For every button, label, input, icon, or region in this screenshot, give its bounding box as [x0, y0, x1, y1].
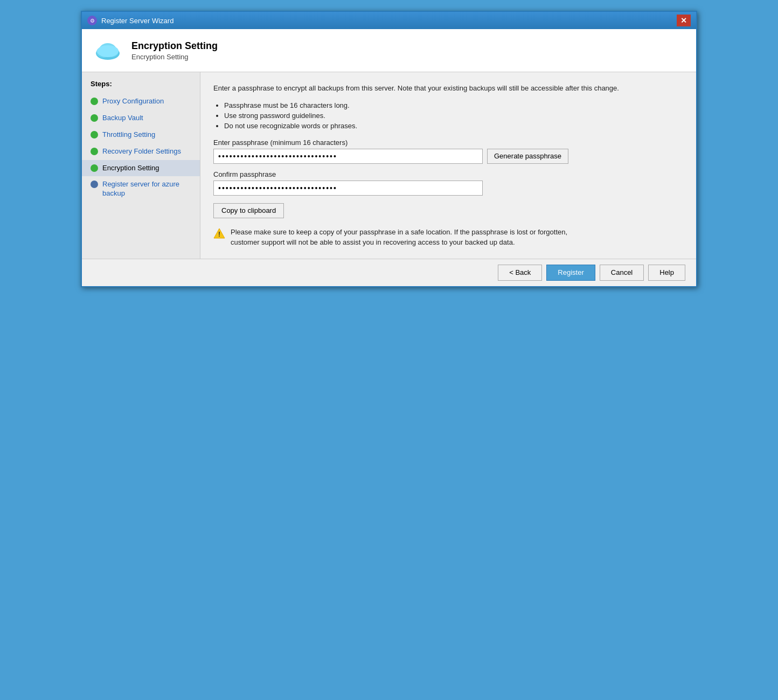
wizard-window: ⚙ Register Server Wizard ✕ Encryption Se… — [81, 11, 697, 287]
passphrase-label: Enter passphrase (minimum 16 characters) — [213, 138, 683, 147]
sidebar-item-proxy[interactable]: Proxy Configuration — [82, 93, 200, 110]
step-dot-encryption — [91, 164, 98, 172]
sidebar-item-label-register: Register server for azure backup — [102, 180, 191, 198]
description-text: Enter a passphrase to encrypt all backup… — [213, 83, 683, 94]
confirm-label: Confirm passphrase — [213, 170, 683, 178]
step-dot-recovery — [91, 148, 98, 155]
bullet-2: Use strong password guidelines. — [224, 112, 683, 120]
register-button[interactable]: Register — [546, 265, 595, 281]
confirm-passphrase-input[interactable] — [213, 181, 483, 196]
bullet-1: Passphrase must be 16 characters long. — [224, 101, 683, 109]
cloud-icon — [93, 38, 123, 61]
sidebar-item-encryption[interactable]: Encryption Setting — [82, 160, 200, 177]
warning-icon: ! — [213, 227, 225, 242]
passphrase-input[interactable] — [213, 149, 483, 164]
title-bar: ⚙ Register Server Wizard ✕ — [82, 12, 696, 29]
header-text: Encryption Setting Encryption Setting — [131, 40, 218, 61]
step-dot-throttling — [91, 131, 98, 138]
help-button[interactable]: Help — [648, 265, 685, 281]
sidebar-item-throttling[interactable]: Throttling Setting — [82, 127, 200, 143]
steps-label: Steps: — [82, 80, 200, 93]
sidebar-item-vault[interactable]: Backup Vault — [82, 110, 200, 127]
page-subtitle: Encryption Setting — [131, 53, 218, 61]
passphrase-row: Generate passphrase — [213, 149, 683, 164]
header-area: Encryption Setting Encryption Setting — [82, 29, 696, 72]
generate-passphrase-button[interactable]: Generate passphrase — [487, 149, 568, 164]
window-title: Register Server Wizard — [101, 17, 173, 25]
app-icon: ⚙ — [87, 16, 97, 25]
sidebar-item-label-proxy: Proxy Configuration — [102, 97, 164, 106]
sidebar-item-recovery[interactable]: Recovery Folder Settings — [82, 143, 200, 160]
sidebar-item-label-recovery: Recovery Folder Settings — [102, 147, 181, 156]
sidebar-item-label-vault: Backup Vault — [102, 114, 143, 123]
copy-to-clipboard-button[interactable]: Copy to clipboard — [213, 203, 284, 218]
requirements-list: Passphrase must be 16 characters long. U… — [224, 101, 683, 130]
sidebar-item-register[interactable]: Register server for azure backup — [82, 176, 200, 202]
step-dot-register — [91, 181, 98, 188]
svg-point-4 — [97, 45, 119, 57]
sidebar-item-label-encryption: Encryption Setting — [102, 164, 159, 173]
title-bar-left: ⚙ Register Server Wizard — [87, 16, 173, 25]
warning-text: Please make sure to keep a copy of your … — [231, 227, 591, 248]
page-title: Encryption Setting — [131, 40, 218, 52]
footer: < Back Register Cancel Help — [82, 259, 696, 286]
close-button[interactable]: ✕ — [677, 15, 691, 26]
confirm-row — [213, 181, 683, 196]
back-button[interactable]: < Back — [498, 265, 542, 281]
cancel-button[interactable]: Cancel — [600, 265, 644, 281]
sidebar: Steps: Proxy Configuration Backup Vault … — [82, 72, 200, 259]
cloud-icon-container — [93, 38, 123, 63]
main-content-area: Enter a passphrase to encrypt all backup… — [200, 72, 696, 259]
warning-box: ! Please make sure to keep a copy of you… — [213, 227, 591, 248]
svg-text:!: ! — [218, 231, 220, 238]
content-area: Steps: Proxy Configuration Backup Vault … — [82, 72, 696, 259]
step-dot-vault — [91, 114, 98, 122]
step-dot-proxy — [91, 98, 98, 105]
bullet-3: Do not use recognizable words or phrases… — [224, 122, 683, 130]
sidebar-item-label-throttling: Throttling Setting — [102, 130, 155, 140]
